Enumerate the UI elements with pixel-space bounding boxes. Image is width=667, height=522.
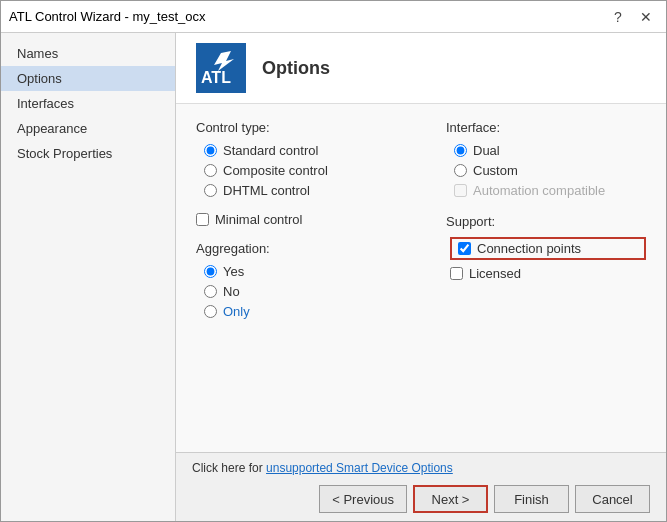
- sidebar: Names Options Interfaces Appearance Stoc…: [1, 33, 176, 521]
- help-button[interactable]: ?: [606, 5, 630, 29]
- page-footer: Click here for unsupported Smart Device …: [176, 452, 666, 521]
- aggregation-yes-radio[interactable]: [204, 265, 217, 278]
- support-section: Support: Connection points Licensed: [446, 214, 646, 281]
- licensed-option[interactable]: Licensed: [450, 266, 646, 281]
- aggregation-yes-option[interactable]: Yes: [204, 264, 414, 279]
- title-bar-left: ATL Control Wizard - my_test_ocx: [9, 9, 206, 24]
- licensed-checkbox[interactable]: [450, 267, 463, 280]
- automation-compatible-checkbox: [454, 184, 467, 197]
- control-type-group: Standard control Composite control DHTML…: [204, 143, 414, 198]
- next-button[interactable]: Next >: [413, 485, 488, 513]
- page-header: ATL Options: [176, 33, 666, 104]
- sidebar-item-interfaces[interactable]: Interfaces: [1, 91, 175, 116]
- close-button[interactable]: ✕: [634, 5, 658, 29]
- automation-compatible-option: Automation compatible: [454, 183, 646, 198]
- aggregation-group: Yes No Only: [204, 264, 414, 319]
- interface-dual-option[interactable]: Dual: [454, 143, 646, 158]
- svg-text:ATL: ATL: [201, 69, 231, 86]
- cancel-button[interactable]: Cancel: [575, 485, 650, 513]
- right-column: Interface: Dual Custom: [446, 120, 646, 436]
- title-bar: ATL Control Wizard - my_test_ocx ? ✕: [1, 1, 666, 33]
- atl-logo: ATL: [196, 43, 246, 93]
- aggregation-label: Aggregation:: [196, 241, 414, 256]
- standard-control-radio[interactable]: [204, 144, 217, 157]
- sidebar-item-appearance[interactable]: Appearance: [1, 116, 175, 141]
- previous-button[interactable]: < Previous: [319, 485, 407, 513]
- minimal-control-option[interactable]: Minimal control: [196, 212, 414, 227]
- wizard-window: ATL Control Wizard - my_test_ocx ? ✕ Nam…: [0, 0, 667, 522]
- title-bar-controls: ? ✕: [606, 5, 658, 29]
- standard-control-option[interactable]: Standard control: [204, 143, 414, 158]
- aggregation-no-radio[interactable]: [204, 285, 217, 298]
- window-title: ATL Control Wizard - my_test_ocx: [9, 9, 206, 24]
- aggregation-no-option[interactable]: No: [204, 284, 414, 299]
- dhtml-control-option[interactable]: DHTML control: [204, 183, 414, 198]
- interface-dual-radio[interactable]: [454, 144, 467, 157]
- interface-section: Interface: Dual Custom: [446, 120, 646, 198]
- control-type-section: Control type: Standard control Composite…: [196, 120, 414, 227]
- connection-points-checkbox[interactable]: [458, 242, 471, 255]
- page-body: Control type: Standard control Composite…: [176, 104, 666, 452]
- interface-custom-radio[interactable]: [454, 164, 467, 177]
- aggregation-only-radio[interactable]: [204, 305, 217, 318]
- support-label: Support:: [446, 214, 646, 229]
- main-content: ATL Options Control type: Standard co: [176, 33, 666, 521]
- smart-device-link[interactable]: unsupported Smart Device Options: [266, 461, 453, 475]
- smart-device-link-area: Click here for unsupported Smart Device …: [192, 461, 650, 475]
- page-title: Options: [262, 58, 330, 79]
- interface-group: Dual Custom Automation compatible: [454, 143, 646, 198]
- left-column: Control type: Standard control Composite…: [196, 120, 414, 436]
- sidebar-item-stock-properties[interactable]: Stock Properties: [1, 141, 175, 166]
- finish-button[interactable]: Finish: [494, 485, 569, 513]
- composite-control-option[interactable]: Composite control: [204, 163, 414, 178]
- control-type-label: Control type:: [196, 120, 414, 135]
- content-area: Names Options Interfaces Appearance Stoc…: [1, 33, 666, 521]
- sidebar-item-options[interactable]: Options: [1, 66, 175, 91]
- footer-buttons: < Previous Next > Finish Cancel: [192, 485, 650, 513]
- minimal-control-checkbox[interactable]: [196, 213, 209, 226]
- interface-custom-option[interactable]: Custom: [454, 163, 646, 178]
- aggregation-only-option[interactable]: Only: [204, 304, 414, 319]
- connection-points-option[interactable]: Connection points: [450, 237, 646, 260]
- aggregation-section: Aggregation: Yes No: [196, 241, 414, 319]
- dhtml-control-radio[interactable]: [204, 184, 217, 197]
- sidebar-item-names[interactable]: Names: [1, 41, 175, 66]
- composite-control-radio[interactable]: [204, 164, 217, 177]
- interface-label: Interface:: [446, 120, 646, 135]
